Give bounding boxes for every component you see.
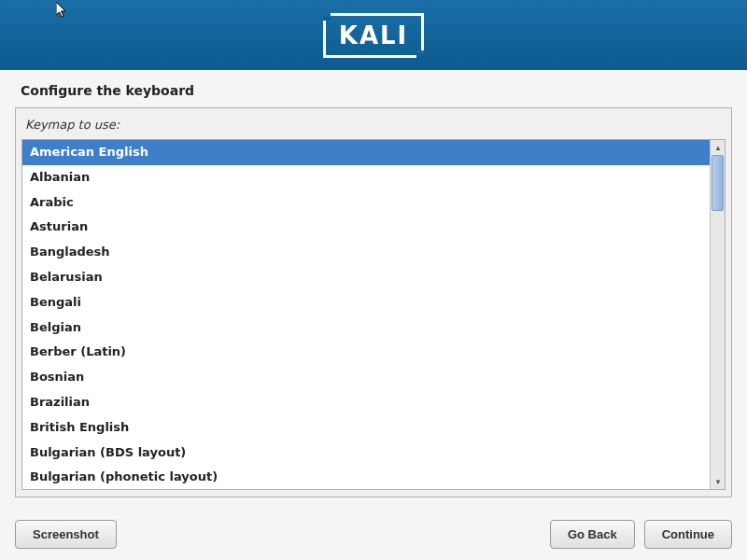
page-title: Configure the keyboard: [0, 70, 747, 107]
keymap-option[interactable]: Belarusian: [22, 265, 710, 290]
continue-button[interactable]: Continue: [644, 520, 732, 549]
keymap-option[interactable]: American English: [22, 140, 710, 165]
keymap-label: Keymap to use:: [21, 114, 726, 139]
keymap-option[interactable]: Arabic: [22, 190, 710, 216]
keymap-option[interactable]: British English: [22, 415, 710, 441]
keymap-option[interactable]: Bulgarian (BDS layout): [22, 441, 710, 466]
button-bar: Screenshot Go Back Continue: [0, 520, 747, 549]
keymap-option[interactable]: Bengali: [22, 290, 710, 315]
keymap-option[interactable]: Bangladesh: [22, 240, 710, 265]
installer-header: KALI: [0, 0, 747, 70]
go-back-button[interactable]: Go Back: [550, 520, 635, 549]
scrollbar[interactable]: ▴ ▾: [710, 140, 725, 489]
keymap-list-container: American EnglishAlbanianArabicAsturianBa…: [21, 139, 726, 490]
keymap-option[interactable]: Bulgarian (phonetic layout): [22, 465, 710, 489]
screenshot-button[interactable]: Screenshot: [15, 520, 117, 549]
scroll-thumb[interactable]: [712, 155, 724, 211]
kali-logo: KALI: [323, 13, 425, 58]
keymap-option[interactable]: Belgian: [22, 315, 710, 341]
keymap-option[interactable]: Berber (Latin): [22, 340, 710, 365]
logo-text: KALI: [339, 21, 409, 49]
keymap-option[interactable]: Asturian: [22, 215, 710, 240]
scroll-up-icon[interactable]: ▴: [712, 141, 725, 154]
keymap-option[interactable]: Albanian: [22, 165, 710, 190]
keymap-option[interactable]: Brazilian: [22, 390, 710, 415]
keymap-option[interactable]: Bosnian: [22, 365, 710, 390]
content-panel: Keymap to use: American EnglishAlbanianA…: [15, 107, 732, 497]
keymap-list[interactable]: American EnglishAlbanianArabicAsturianBa…: [22, 140, 710, 489]
scroll-down-icon[interactable]: ▾: [712, 475, 725, 488]
